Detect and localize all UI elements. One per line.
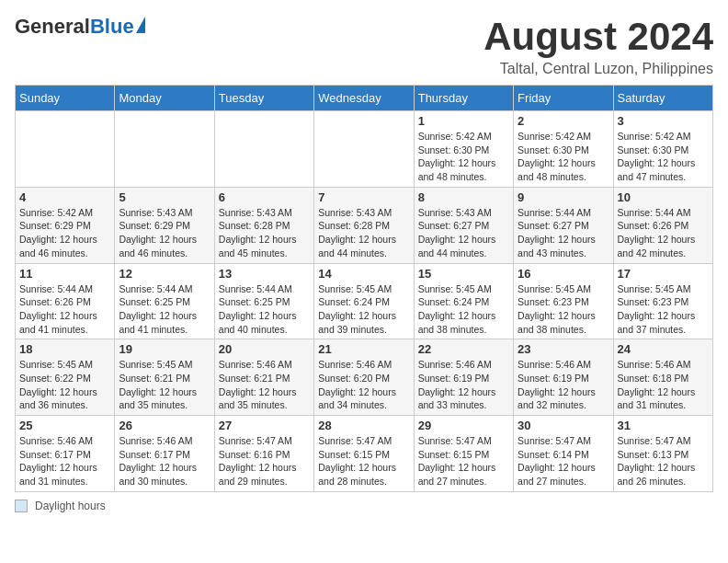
calendar-day-header: Tuesday [214,86,313,111]
day-number: 17 [618,267,709,281]
calendar-cell: 14Sunrise: 5:45 AMSunset: 6:24 PMDayligh… [314,263,414,339]
daylight-box-icon [15,500,28,512]
calendar-footer: Daylight hours [15,500,713,512]
calendar-cell: 11Sunrise: 5:44 AMSunset: 6:26 PMDayligh… [16,263,115,339]
calendar-cell: 21Sunrise: 5:46 AMSunset: 6:20 PMDayligh… [314,339,414,416]
day-number: 16 [518,267,609,281]
page-header: General Blue August 2024 Taltal, Central… [15,15,713,77]
day-number: 31 [618,419,709,432]
day-number: 23 [518,342,609,356]
day-number: 8 [418,190,509,204]
calendar-cell: 3Sunrise: 5:42 AMSunset: 6:30 PMDaylight… [613,111,712,188]
calendar-week-row: 4Sunrise: 5:42 AMSunset: 6:29 PMDaylight… [16,187,713,263]
day-info: Sunrise: 5:44 AMSunset: 6:26 PMDaylight:… [19,282,110,337]
location-text: Taltal, Central Luzon, Philippines [483,61,713,77]
day-number: 5 [119,190,210,204]
calendar-day-header: Sunday [16,86,115,111]
day-info: Sunrise: 5:44 AMSunset: 6:25 PMDaylight:… [119,282,210,337]
calendar-cell: 23Sunrise: 5:46 AMSunset: 6:19 PMDayligh… [514,339,613,416]
day-number: 18 [19,342,110,356]
calendar-table: SundayMondayTuesdayWednesdayThursdayFrid… [15,85,713,492]
day-number: 7 [318,190,409,204]
day-number: 6 [219,190,310,204]
day-info: Sunrise: 5:43 AMSunset: 6:28 PMDaylight:… [318,206,409,260]
calendar-cell: 13Sunrise: 5:44 AMSunset: 6:25 PMDayligh… [214,263,313,339]
calendar-week-row: 1Sunrise: 5:42 AMSunset: 6:30 PMDaylight… [16,111,713,188]
day-number: 3 [618,114,709,128]
calendar-cell: 1Sunrise: 5:42 AMSunset: 6:30 PMDaylight… [414,111,513,188]
day-number: 25 [19,419,110,432]
day-number: 11 [19,267,110,281]
day-info: Sunrise: 5:46 AMSunset: 6:19 PMDaylight:… [518,358,609,412]
calendar-cell: 17Sunrise: 5:45 AMSunset: 6:23 PMDayligh… [613,263,712,339]
day-number: 22 [418,342,509,356]
calendar-cell [115,111,214,188]
daylight-label: Daylight hours [35,500,106,512]
day-info: Sunrise: 5:42 AMSunset: 6:30 PMDaylight:… [518,130,609,184]
calendar-day-header: Saturday [613,86,712,111]
calendar-day-header: Monday [115,86,214,111]
day-info: Sunrise: 5:47 AMSunset: 6:16 PMDaylight:… [219,434,310,488]
calendar-cell: 20Sunrise: 5:46 AMSunset: 6:21 PMDayligh… [214,339,313,416]
day-info: Sunrise: 5:43 AMSunset: 6:27 PMDaylight:… [418,206,509,260]
day-info: Sunrise: 5:44 AMSunset: 6:26 PMDaylight:… [618,206,709,260]
day-info: Sunrise: 5:42 AMSunset: 6:30 PMDaylight:… [418,130,509,184]
day-number: 2 [518,114,609,128]
day-info: Sunrise: 5:45 AMSunset: 6:23 PMDaylight:… [618,282,709,337]
day-number: 27 [219,419,310,432]
calendar-week-row: 25Sunrise: 5:46 AMSunset: 6:17 PMDayligh… [16,416,713,492]
day-info: Sunrise: 5:45 AMSunset: 6:24 PMDaylight:… [318,282,409,337]
day-info: Sunrise: 5:45 AMSunset: 6:22 PMDaylight:… [19,358,110,412]
day-number: 15 [418,267,509,281]
calendar-cell: 26Sunrise: 5:46 AMSunset: 6:17 PMDayligh… [115,416,214,492]
calendar-cell: 9Sunrise: 5:44 AMSunset: 6:27 PMDaylight… [514,187,613,263]
day-info: Sunrise: 5:42 AMSunset: 6:30 PMDaylight:… [618,130,709,184]
day-number: 1 [418,114,509,128]
calendar-cell: 12Sunrise: 5:44 AMSunset: 6:25 PMDayligh… [115,263,214,339]
calendar-cell: 2Sunrise: 5:42 AMSunset: 6:30 PMDaylight… [514,111,613,188]
calendar-cell: 7Sunrise: 5:43 AMSunset: 6:28 PMDaylight… [314,187,414,263]
day-info: Sunrise: 5:47 AMSunset: 6:15 PMDaylight:… [418,434,509,488]
day-number: 9 [518,190,609,204]
calendar-cell: 29Sunrise: 5:47 AMSunset: 6:15 PMDayligh… [414,416,513,492]
day-number: 28 [318,419,409,432]
calendar-week-row: 18Sunrise: 5:45 AMSunset: 6:22 PMDayligh… [16,339,713,416]
day-info: Sunrise: 5:47 AMSunset: 6:15 PMDaylight:… [318,434,409,488]
day-info: Sunrise: 5:42 AMSunset: 6:29 PMDaylight:… [19,206,110,260]
calendar-day-header: Wednesday [314,86,414,111]
logo-blue-text: Blue [90,15,134,39]
day-number: 13 [219,267,310,281]
calendar-week-row: 11Sunrise: 5:44 AMSunset: 6:26 PMDayligh… [16,263,713,339]
month-title: August 2024 [483,15,713,59]
calendar-cell: 22Sunrise: 5:46 AMSunset: 6:19 PMDayligh… [414,339,513,416]
calendar-cell: 31Sunrise: 5:47 AMSunset: 6:13 PMDayligh… [613,416,712,492]
calendar-cell: 5Sunrise: 5:43 AMSunset: 6:29 PMDaylight… [115,187,214,263]
day-number: 12 [119,267,210,281]
day-info: Sunrise: 5:46 AMSunset: 6:18 PMDaylight:… [618,358,709,412]
calendar-cell: 19Sunrise: 5:45 AMSunset: 6:21 PMDayligh… [115,339,214,416]
calendar-cell: 28Sunrise: 5:47 AMSunset: 6:15 PMDayligh… [314,416,414,492]
calendar-cell: 18Sunrise: 5:45 AMSunset: 6:22 PMDayligh… [16,339,115,416]
calendar-cell: 6Sunrise: 5:43 AMSunset: 6:28 PMDaylight… [214,187,313,263]
day-info: Sunrise: 5:46 AMSunset: 6:21 PMDaylight:… [219,358,310,412]
day-number: 10 [618,190,709,204]
logo: General Blue [15,15,145,39]
logo-general-text: General [15,15,90,39]
day-number: 4 [19,190,110,204]
day-info: Sunrise: 5:47 AMSunset: 6:13 PMDaylight:… [618,434,709,488]
calendar-cell [214,111,313,188]
day-number: 19 [119,342,210,356]
calendar-cell: 4Sunrise: 5:42 AMSunset: 6:29 PMDaylight… [16,187,115,263]
calendar-cell: 8Sunrise: 5:43 AMSunset: 6:27 PMDaylight… [414,187,513,263]
day-number: 21 [318,342,409,356]
day-info: Sunrise: 5:45 AMSunset: 6:21 PMDaylight:… [119,358,210,412]
day-number: 26 [119,419,210,432]
day-info: Sunrise: 5:46 AMSunset: 6:19 PMDaylight:… [418,358,509,412]
logo-triangle-icon [136,17,145,33]
day-info: Sunrise: 5:45 AMSunset: 6:24 PMDaylight:… [418,282,509,337]
title-area: August 2024 Taltal, Central Luzon, Phili… [483,15,713,77]
day-info: Sunrise: 5:47 AMSunset: 6:14 PMDaylight:… [518,434,609,488]
day-info: Sunrise: 5:45 AMSunset: 6:23 PMDaylight:… [518,282,609,337]
calendar-cell: 15Sunrise: 5:45 AMSunset: 6:24 PMDayligh… [414,263,513,339]
day-info: Sunrise: 5:44 AMSunset: 6:25 PMDaylight:… [219,282,310,337]
